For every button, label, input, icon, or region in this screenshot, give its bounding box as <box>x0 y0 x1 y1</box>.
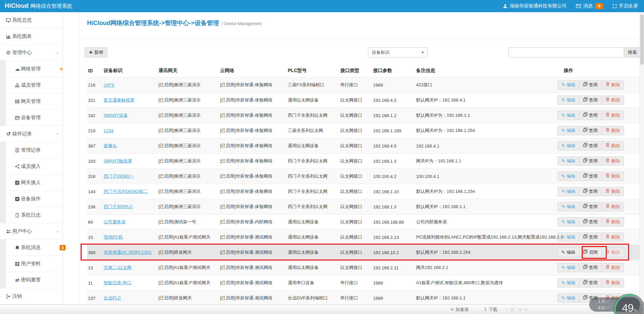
delete-button[interactable]: 删除 <box>601 233 624 242</box>
toggle-icon <box>583 202 587 211</box>
enable-button[interactable]: 启用 <box>579 248 601 257</box>
device-name-link[interactable]: JXFX <box>104 83 114 88</box>
device-name-link[interactable]: 华辰智通AC 500PLC001 <box>104 250 152 255</box>
search-button[interactable]: 搜索 <box>624 47 641 58</box>
edit-button[interactable]: ✎编辑 <box>558 126 579 135</box>
disable-button[interactable]: 禁用 <box>579 172 601 181</box>
device-name-link[interactable]: 智能仪表-串口 <box>104 280 131 285</box>
cell-param: 192.168.1.3 <box>372 154 415 169</box>
download-button[interactable]: ↧ 下载 <box>484 307 497 313</box>
device-name-link[interactable]: 摄像头 <box>104 143 117 148</box>
sidebar-item-8[interactable]: ↺操作记录› <box>0 126 63 142</box>
sidebar-item-2[interactable]: 系统图表 <box>0 28 63 45</box>
action-label: 删除 <box>611 96 620 105</box>
scrollbar-thumb[interactable] <box>640 14 644 65</box>
sidebar-item-5[interactable]: 成员管理 <box>0 77 63 93</box>
edit-button[interactable]: ✎编辑 <box>558 111 579 120</box>
disable-button[interactable]: 禁用 <box>579 81 601 89</box>
favorites-icon[interactable]: ☆ <box>518 307 522 312</box>
sidebar-item-3[interactable]: ⚙管理中心› <box>0 45 63 61</box>
delete-button[interactable]: 删除 <box>601 172 624 181</box>
disable-button[interactable]: 禁用 <box>579 96 601 105</box>
delete-button[interactable]: 删除 <box>601 126 624 135</box>
disable-button[interactable]: 禁用 <box>579 126 601 135</box>
delete-button[interactable]: 删除 <box>601 278 624 287</box>
sidebar-item-1[interactable]: 系统总览 <box>0 12 63 28</box>
accelerator-button[interactable]: ✈ 加速器 <box>450 307 469 313</box>
messages-menu[interactable]: 消息 0 <box>576 3 603 9</box>
row-action-group: ✎编辑禁用删除 <box>557 141 624 151</box>
delete-button[interactable]: 删除 <box>601 111 624 120</box>
delete-button[interactable]: 删除 <box>601 248 624 257</box>
device-name-link[interactable]: 1234 <box>104 128 113 133</box>
disable-button[interactable]: 禁用 <box>579 233 601 242</box>
edit-button[interactable]: ✎编辑 <box>558 263 579 272</box>
add-device-button[interactable]: ✚新增 <box>85 47 107 58</box>
device-name-link[interactable]: 西门子300PLC <box>104 204 133 209</box>
sidebar-item-12[interactable]: 设备操作 <box>0 191 63 207</box>
delete-button[interactable]: 删除 <box>601 187 624 196</box>
sidebar-item-6[interactable]: 网关管理 <box>0 93 63 110</box>
sidebar-item-18[interactable]: 注销 <box>0 288 63 305</box>
device-name-link[interactable]: SMART设备 <box>104 113 128 118</box>
delete-button[interactable]: 删除 <box>601 218 624 226</box>
delete-button[interactable]: 删除 <box>601 141 624 150</box>
disable-button[interactable]: 禁用 <box>579 202 601 211</box>
delete-button[interactable]: 删除 <box>601 96 624 105</box>
disable-button[interactable]: 禁用 <box>579 187 601 196</box>
edit-button[interactable]: ✎编辑 <box>558 96 579 105</box>
edit-button[interactable]: ✎编辑 <box>558 202 579 211</box>
device-name-link[interactable]: 西门子DEMO一 <box>104 174 134 179</box>
device-name-link[interactable]: 公司服务器 <box>104 219 126 224</box>
vertical-scrollbar[interactable] <box>640 12 644 314</box>
apps-icon[interactable]: □ <box>511 307 514 312</box>
memory-usage-ball[interactable]: 49% <box>614 294 644 314</box>
edit-button[interactable]: ✎编辑 <box>558 218 579 226</box>
sidebar-item-7[interactable]: 设备管理 <box>0 110 63 126</box>
delete-button[interactable]: 删除 <box>601 157 624 165</box>
column-header: 接口参数 <box>372 64 415 77</box>
edit-button[interactable]: ✎编辑 <box>558 81 579 89</box>
sidebar-item-17[interactable]: ⇄密码重置 <box>0 272 63 288</box>
messages-count-badge: 0 <box>595 3 603 9</box>
device-name-link[interactable]: 昆仑通泰触摸屏 <box>104 97 134 103</box>
edit-button[interactable]: ✎编辑 <box>558 187 579 196</box>
sidebar-item-4[interactable]: ☁网络管理★ <box>0 61 63 77</box>
disable-button[interactable]: 禁用 <box>579 218 601 226</box>
company-menu[interactable]: 湖南华辰智通科技有限公司 <box>503 3 566 9</box>
sidebar-item-10[interactable]: 成员接入 <box>0 158 63 175</box>
edit-button[interactable]: ✎编辑 <box>558 294 579 302</box>
sitemap-icon <box>14 83 21 88</box>
delete-button[interactable]: 删除 <box>601 202 624 211</box>
search-input[interactable] <box>509 47 624 58</box>
trash-icon <box>605 111 610 120</box>
device-name-link[interactable]: SMART触摸屏 <box>104 158 132 163</box>
sidebar-item-16[interactable]: 用户资料 <box>0 256 63 272</box>
edit-button[interactable]: ✎编辑 <box>558 248 579 257</box>
device-name-link[interactable]: 台达PLC <box>104 295 121 300</box>
disable-button[interactable]: 禁用 <box>579 263 601 272</box>
delete-button[interactable]: 删除 <box>601 81 624 89</box>
edit-button[interactable]: ✎编辑 <box>558 157 579 165</box>
delete-button[interactable]: 删除 <box>601 263 624 272</box>
disable-button[interactable]: 禁用 <box>579 141 601 150</box>
sidebar-item-11[interactable]: 网关接入 <box>0 175 63 191</box>
sidebar-item-15[interactable]: 系统消息0 <box>0 240 63 256</box>
edit-button[interactable]: ✎编辑 <box>558 278 579 287</box>
edit-button[interactable]: ✎编辑 <box>558 141 579 150</box>
divider <box>507 307 507 312</box>
sidebar-item-9[interactable]: 管理记录 <box>0 142 63 158</box>
mute-icon[interactable]: ○ <box>525 307 528 312</box>
edit-button[interactable]: ✎编辑 <box>558 172 579 181</box>
disable-button[interactable]: 禁用 <box>579 111 601 120</box>
sidebar-item-14[interactable]: 用户中心› <box>0 223 63 240</box>
device-name-link[interactable]: 现场PC机 <box>104 234 123 240</box>
disable-button[interactable]: 禁用 <box>579 278 601 287</box>
sidebar-item-13[interactable]: 系统日志 <box>0 207 63 223</box>
fullscreen-button[interactable]: 开启全屏 <box>613 3 638 9</box>
device-filter-select[interactable]: 设备标识 ▼ <box>368 47 428 58</box>
cell-name: 西门子DEMO一 <box>103 169 157 184</box>
device-name-link[interactable]: 仪表二-以太网 <box>104 265 131 270</box>
device-name-link[interactable]: 西门子演示DEMO箱二 <box>104 189 148 194</box>
disable-button[interactable]: 禁用 <box>579 157 601 165</box>
